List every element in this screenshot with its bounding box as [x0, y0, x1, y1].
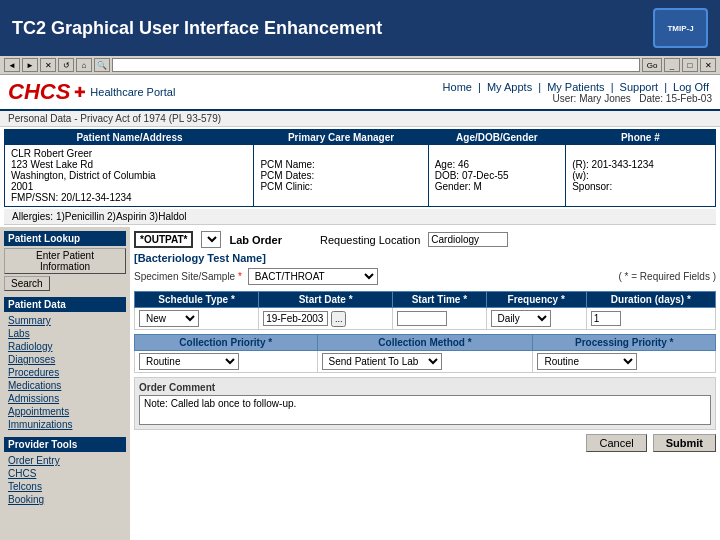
frequency-header: Frequency *: [486, 292, 586, 308]
nav-logoff[interactable]: Log Off: [673, 81, 709, 93]
submit-button[interactable]: Submit: [653, 434, 716, 452]
sidebar-item-admissions[interactable]: Admissions: [4, 392, 126, 405]
frequency-select[interactable]: Daily: [491, 310, 551, 327]
processing-priority-select[interactable]: Routine: [537, 353, 637, 370]
processing-priority-cell: Routine: [533, 351, 716, 373]
duration-input[interactable]: [591, 311, 621, 326]
col-header-pcm: Primary Care Manager: [254, 130, 428, 146]
order-comment-text[interactable]: Note: Called lab once to follow-up.: [139, 395, 711, 425]
content-area: Patient Lookup Enter Patient Information…: [0, 227, 720, 540]
privacy-bar: Personal Data - Privacy Act of 1974 (PL …: [0, 111, 720, 127]
collection-method-cell: Send Patient To Lab: [317, 351, 533, 373]
sidebar-item-appointments[interactable]: Appointments: [4, 405, 126, 418]
sidebar-item-labs[interactable]: Labs: [4, 327, 126, 340]
start-time-header: Start Time *: [393, 292, 486, 308]
stop-button[interactable]: ✕: [40, 58, 56, 72]
search-button[interactable]: Search: [4, 276, 50, 291]
forward-button[interactable]: ►: [22, 58, 38, 72]
sidebar-item-chcs[interactable]: CHCS: [4, 467, 126, 480]
sidebar-item-immunizations[interactable]: Immunizations: [4, 418, 126, 431]
tmipj-logo: TMIP-J: [653, 8, 708, 48]
patient-data-section: Patient Data: [4, 297, 126, 312]
collection-priority-select[interactable]: Routine: [139, 353, 239, 370]
home-button[interactable]: ⌂: [76, 58, 92, 72]
minimize-button[interactable]: _: [664, 58, 680, 72]
collection-priority-cell: Routine: [135, 351, 318, 373]
duration-cell: [586, 308, 715, 330]
close-window-button[interactable]: ✕: [700, 58, 716, 72]
chcs-subtitle: Healthcare Portal: [90, 86, 175, 98]
refresh-button[interactable]: ↺: [58, 58, 74, 72]
age-cell: Age: 46 DOB: 07-Dec-55 Gender: M: [428, 145, 565, 207]
frequency-cell: Daily: [486, 308, 586, 330]
requesting-location-input[interactable]: [428, 232, 508, 247]
order-comment-section: Order Comment Note: Called lab once to f…: [134, 377, 716, 430]
page-title: TC2 Graphical User Interface Enhancement: [12, 18, 382, 39]
form-buttons: Cancel Submit: [134, 434, 716, 452]
chcs-nav: Home | My Appts | My Patients | Support …: [440, 81, 712, 93]
maximize-button[interactable]: □: [682, 58, 698, 72]
back-button[interactable]: ◄: [4, 58, 20, 72]
bacterology-test-label: [Bacteriology Test Name]: [134, 252, 716, 264]
chcs-header: CHCS ✚ Healthcare Portal Home | My Appts…: [0, 75, 720, 111]
patient-name-cell: CLR Robert Greer 123 West Lake Rd Washin…: [5, 145, 254, 207]
schedule-type-header: Schedule Type *: [135, 292, 259, 308]
start-date-header: Start Date *: [259, 292, 393, 308]
go-button[interactable]: Go: [642, 58, 662, 72]
chcs-cross-icon: ✚: [74, 84, 86, 100]
nav-support[interactable]: Support: [620, 81, 659, 93]
title-bar: TC2 Graphical User Interface Enhancement…: [0, 0, 720, 56]
form-top-row: *OUTPAT* ▼ Lab Order Requesting Location: [134, 231, 716, 248]
schedule-type-select[interactable]: New: [139, 310, 199, 327]
start-date-cell: ...: [259, 308, 393, 330]
collection-priority-header: Collection Priority *: [135, 335, 318, 351]
patient-info-table: Patient Name/Address Primary Care Manage…: [4, 129, 716, 207]
col-header-name: Patient Name/Address: [5, 130, 254, 146]
priority-row: Routine Send Patient To Lab Routine: [135, 351, 716, 373]
nav-patients[interactable]: My Patients: [547, 81, 604, 93]
sidebar-item-procedures[interactable]: Procedures: [4, 366, 126, 379]
cancel-button[interactable]: Cancel: [586, 434, 646, 452]
priority-table: Collection Priority * Collection Method …: [134, 334, 716, 373]
start-date-input[interactable]: [263, 311, 328, 326]
specimen-row: Specimen Site/Sample * BACT/THROAT ( * =…: [134, 268, 716, 285]
schedule-row: New ... Daily: [135, 308, 716, 330]
processing-priority-header: Processing Priority *: [533, 335, 716, 351]
specimen-label: Specimen Site/Sample *: [134, 271, 242, 282]
chcs-logo: CHCS ✚ Healthcare Portal: [8, 79, 175, 105]
sidebar-item-summary[interactable]: Summary: [4, 314, 126, 327]
pcm-cell: PCM Name: PCM Dates: PCM Clinic:: [254, 145, 428, 207]
duration-header: Duration (days) *: [586, 292, 715, 308]
start-time-input[interactable]: [397, 311, 447, 326]
required-marker: *: [238, 271, 242, 282]
date-picker-button[interactable]: ...: [331, 311, 347, 327]
browser-bar: ◄ ► ✕ ↺ ⌂ 🔍 Go _ □ ✕: [0, 56, 720, 75]
sidebar-item-telcons[interactable]: Telcons: [4, 480, 126, 493]
lab-order-label: Lab Order: [229, 234, 282, 246]
outpat-select[interactable]: ▼: [201, 231, 221, 248]
specimen-select[interactable]: BACT/THROAT: [248, 268, 378, 285]
user-info: User: Mary Jones Date: 15-Feb-03: [552, 93, 712, 104]
sidebar-item-medications[interactable]: Medications: [4, 379, 126, 392]
sidebar-item-diagnoses[interactable]: Diagnoses: [4, 353, 126, 366]
main-form: *OUTPAT* ▼ Lab Order Requesting Location…: [130, 227, 720, 540]
col-header-age: Age/DOB/Gender: [428, 130, 565, 146]
required-fields-note: ( * = Required Fields ): [618, 271, 716, 282]
main-container: CHCS ✚ Healthcare Portal Home | My Appts…: [0, 75, 720, 540]
nav-appts[interactable]: My Appts: [487, 81, 532, 93]
outpat-label: *OUTPAT*: [134, 231, 193, 248]
enter-patient-button[interactable]: Enter Patient Information: [4, 248, 126, 274]
search-browser-button[interactable]: 🔍: [94, 58, 110, 72]
start-time-cell: [393, 308, 486, 330]
phone-cell: (R): 201-343-1234 (w): Sponsor:: [566, 145, 716, 207]
sidebar-item-order-entry[interactable]: Order Entry: [4, 454, 126, 467]
collection-method-select[interactable]: Send Patient To Lab: [322, 353, 442, 370]
allergies-bar: Allergies: 1)Penicillin 2)Aspirin 3)Hald…: [4, 209, 716, 225]
nav-home[interactable]: Home: [443, 81, 472, 93]
sidebar-item-radiology[interactable]: Radiology: [4, 340, 126, 353]
patient-lookup-section: Patient Lookup: [4, 231, 126, 246]
address-bar[interactable]: [112, 58, 640, 72]
requesting-location-label: Requesting Location: [320, 234, 420, 246]
sidebar-item-booking[interactable]: Booking: [4, 493, 126, 506]
col-header-phone: Phone #: [566, 130, 716, 146]
